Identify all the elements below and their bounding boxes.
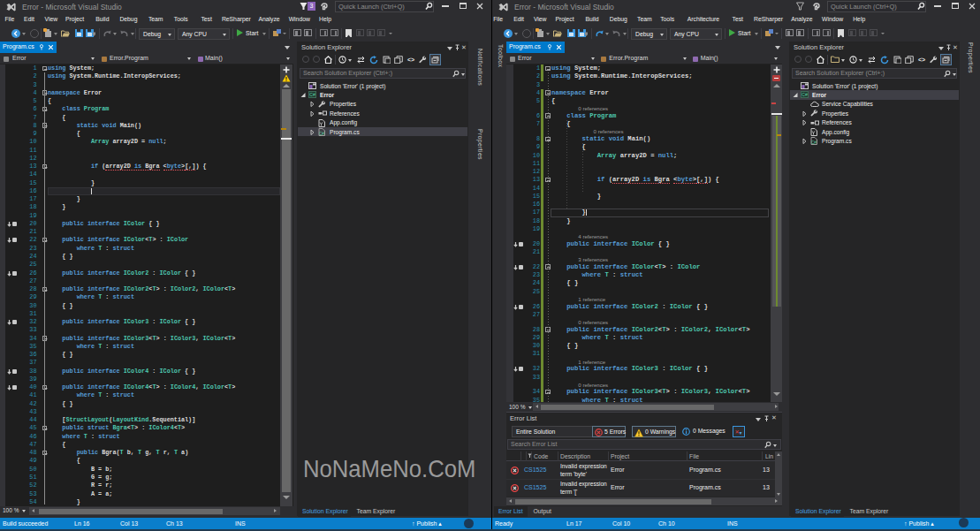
svg-text:C#: C# — [811, 140, 817, 145]
svg-text:C#: C# — [319, 132, 324, 136]
